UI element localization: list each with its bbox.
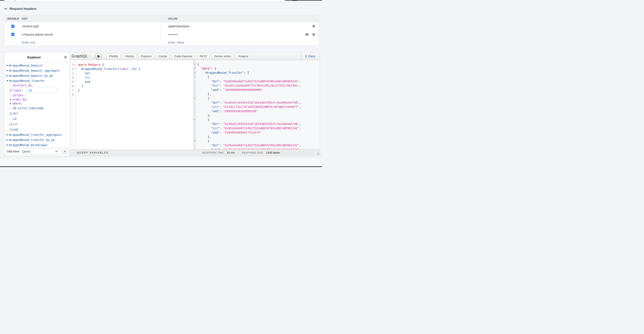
explorer-item[interactable]: WrappedMonad_Transfer_by_pk <box>4 137 69 142</box>
fold-arrow-icon[interactable]: ▼ <box>74 64 76 66</box>
header-enable-checkbox[interactable] <box>11 33 14 36</box>
toolbar-button-cache[interactable]: Cache <box>156 53 169 59</box>
toolbar-button-explorer[interactable]: Explorer <box>139 53 154 59</box>
enter-value-input[interactable]: Enter Value <box>168 41 184 44</box>
explorer-item[interactable]: WrappedMonad_Deposit_by_pk <box>4 73 69 78</box>
line-number: 3 <box>72 72 74 75</box>
explorer-checkbox[interactable]: ✓ <box>10 89 12 92</box>
value-cell[interactable]: ••••••• <box>160 31 318 38</box>
key-cell[interactable]: x-hasura-admin-secret <box>22 33 160 36</box>
query-editor[interactable]: query MyQuery { WrappedMonad_Transfer(li… <box>78 60 193 149</box>
toolbar-button-analyze[interactable]: Analyze <box>236 53 251 59</box>
explorer-item[interactable]: WrappedMonad_Deposit_aggregate <box>4 68 69 73</box>
expand-arrow-icon[interactable] <box>6 134 8 136</box>
explorer-item[interactable]: ✓wad <box>4 127 69 132</box>
explorer-item[interactable]: WrappedMonad_Transfer_aggregate <box>4 132 69 137</box>
explorer-item-label: wad <box>13 128 18 131</box>
explorer-checkbox[interactable]: ✓ <box>10 128 12 131</box>
fold-arrow-icon[interactable]: ▼ <box>194 76 196 78</box>
explorer-item[interactable]: distinct_on: <box>4 83 69 87</box>
execute-query-button[interactable] <box>95 53 102 60</box>
explorer-checkbox[interactable]: ✓ <box>10 112 12 115</box>
operation-type-select[interactable]: Query <box>20 149 61 154</box>
request-headers-title: Request Headers <box>10 7 37 11</box>
remove-header-icon[interactable] <box>312 33 315 36</box>
key-cell[interactable]: content-type <box>22 25 160 28</box>
explorer-item[interactable]: ✓src <box>4 122 69 127</box>
fold-arrow-icon[interactable]: ▼ <box>194 63 196 65</box>
resize-handle[interactable] <box>317 152 319 155</box>
header-row: content-typeapplication/json <box>4 22 318 30</box>
response-line: "src": "0xe82c16a6da04ff7e76F61991281a7f… <box>197 83 320 88</box>
request-headers-table: ENABLE KEY VALUE content-typeapplication… <box>4 15 318 45</box>
explorer-item[interactable]: db_write_timestamp <box>4 106 69 111</box>
url-bar-button-stub[interactable] <box>4 0 16 2</box>
explorer-checkbox[interactable] <box>10 94 12 97</box>
reveal-eye-icon[interactable] <box>305 33 309 36</box>
add-new-label: Add New <box>7 150 19 153</box>
request-headers-toggle[interactable]: Request Headers <box>4 7 37 11</box>
expand-arrow-icon[interactable] <box>6 65 8 66</box>
query-variables-bar[interactable]: QUERY VARIABLES <box>70 149 196 156</box>
response-line: "src": "0x36e0216926341871824AD5fD9cFc3e… <box>197 147 320 149</box>
gutter-row: 2▼ <box>70 67 77 71</box>
expand-arrow-icon[interactable] <box>6 139 8 141</box>
explorer-item-label: WrappedMonad_Withdrawal <box>9 143 48 147</box>
fold-arrow-icon[interactable]: ▼ <box>194 119 196 120</box>
fold-arrow-icon[interactable]: ▼ <box>194 140 196 142</box>
explorer-checkbox[interactable] <box>10 118 12 120</box>
explorer-item[interactable]: WrappedMonad_Deposit <box>4 63 69 68</box>
header-enable-checkbox[interactable] <box>11 25 14 28</box>
fold-arrow-icon[interactable]: ▼ <box>194 72 196 74</box>
explorer-checkbox[interactable] <box>10 84 12 87</box>
close-icon[interactable] <box>64 56 67 59</box>
explorer-item[interactable]: order_by: <box>4 97 69 101</box>
toolbar-button-rest[interactable]: REST <box>197 53 210 59</box>
enter-key-input[interactable]: Enter Key <box>22 41 36 44</box>
endpoint-url-input[interactable] <box>16 0 285 2</box>
toolbar-button-history[interactable]: History <box>123 53 136 59</box>
expand-arrow-icon[interactable] <box>10 99 11 100</box>
explorer-title: Explorer <box>28 55 41 59</box>
query-line: } <box>78 88 193 92</box>
header-row: x-hasura-admin-secret••••••• <box>4 30 318 38</box>
query-line: } <box>78 84 193 88</box>
docs-link[interactable]: Docs <box>305 55 315 58</box>
toolbar-button-code-exporter[interactable]: Code Exporter <box>172 53 195 59</box>
fold-arrow-icon[interactable]: ▼ <box>74 68 76 70</box>
explorer-item[interactable]: ✓limit:10 <box>4 87 69 93</box>
explorer-item[interactable]: WrappedMonad_Transfer <box>4 78 69 83</box>
explorer-checkbox[interactable] <box>10 107 12 110</box>
toolbar-button-prettify[interactable]: Prettify <box>107 53 120 59</box>
line-number: 7 <box>72 89 74 92</box>
gutter-row: 1▼ <box>70 63 77 67</box>
explorer-item[interactable]: where: <box>4 101 69 106</box>
response-line: }, <box>197 135 320 139</box>
explorer-item[interactable]: WrappedMonad_Withdrawal <box>4 142 69 147</box>
explorer-item-label: WrappedMonad_Deposit_aggregate <box>9 69 60 72</box>
remove-header-icon[interactable] <box>312 25 315 28</box>
expand-arrow-icon[interactable] <box>6 75 8 77</box>
response-status-bar: RESPONSE TIME 32 ms RESPONSE SIZE 1345 b… <box>196 149 320 156</box>
expand-arrow-icon[interactable] <box>6 70 8 71</box>
add-operation-button[interactable]: + <box>62 149 68 154</box>
explorer-item[interactable]: ✓dst <box>4 111 69 116</box>
collapse-arrow-icon[interactable] <box>6 80 8 81</box>
response-line: { <box>197 117 320 122</box>
header-value: application/json <box>168 25 190 28</box>
explorer-checkbox[interactable]: ✓ <box>10 123 12 126</box>
fold-arrow-icon[interactable]: ▼ <box>194 67 196 69</box>
explorer-add-new-bar: Add New Query + <box>4 147 69 156</box>
explorer-item-label: WrappedMonad_Transfer <box>9 79 45 83</box>
query-line: query MyQuery { <box>78 63 193 67</box>
expand-arrow-icon[interactable] <box>10 103 11 104</box>
gutter-row: 5 <box>70 80 77 84</box>
value-cell[interactable]: application/json <box>160 22 318 30</box>
fold-arrow-icon[interactable]: ▼ <box>194 97 196 99</box>
explorer-item[interactable]: offset: <box>4 93 69 97</box>
limit-value-input[interactable]: 10 <box>26 88 57 93</box>
explorer-item[interactable]: id <box>4 116 69 122</box>
gutter-row: 6 <box>70 84 77 88</box>
expand-arrow-icon[interactable] <box>6 144 8 146</box>
toolbar-button-derive-action[interactable]: Derive action <box>212 53 234 59</box>
